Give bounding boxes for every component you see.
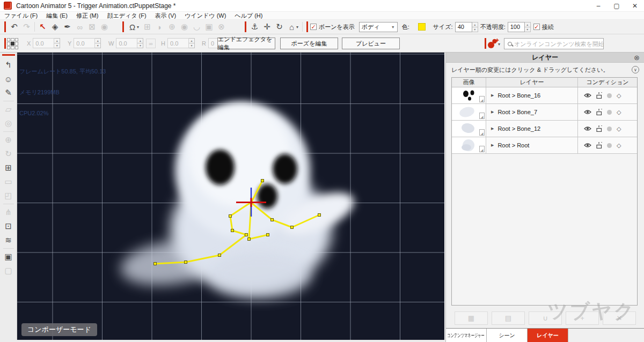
unlock-icon[interactable] (596, 125, 602, 132)
x-stepper[interactable]: ▴▾ (54, 38, 60, 48)
edit-end-effector-button[interactable]: エンドエフェクタを編集 (217, 38, 275, 49)
head-remove-button[interactable]: ⊗ (215, 21, 228, 33)
unlock-icon[interactable] (596, 109, 602, 115)
x-input[interactable]: 0.0 (33, 38, 54, 48)
lock-aspect-button[interactable]: ∞ (146, 39, 156, 48)
unlock-icon[interactable] (596, 142, 602, 148)
expand-arrow-icon[interactable]: ▶ (491, 143, 494, 147)
layer-manager-button[interactable]: ◰ (2, 189, 15, 202)
close-button[interactable]: ✕ (626, 0, 644, 12)
panel-close-icon[interactable]: ⊗ (634, 54, 640, 62)
menu-window[interactable]: ウインドウ (W) (185, 12, 226, 20)
condition-diamond-icon[interactable]: ◇ (617, 93, 621, 99)
sprite-editor-button[interactable]: ✎ (2, 86, 15, 99)
bone-color-swatch[interactable] (418, 23, 426, 31)
tab-layers[interactable]: レイヤー (528, 329, 568, 342)
bone-size-stepper[interactable]: ▴▾ (472, 22, 478, 32)
h-input[interactable]: 0.0 (167, 38, 189, 48)
layers-panel-header[interactable]: レイヤー ⊗ (446, 53, 644, 63)
redo-button[interactable]: ↷ (20, 21, 33, 33)
eye-edit-button[interactable]: ◉ (178, 21, 191, 33)
condition-diamond-icon[interactable]: ◇ (617, 126, 621, 132)
w-input[interactable]: 0.0 (116, 38, 137, 48)
head-side-button[interactable]: ◗ (153, 21, 166, 33)
anchor-tool-button[interactable]: ⚓ (248, 21, 261, 33)
layer-row[interactable]: ◢ ▶ Root > Bone_7 ◇ (452, 104, 637, 121)
layer-row[interactable]: ◢ ▶ Root > Root ◇ (452, 137, 637, 154)
y-stepper[interactable]: ▴▾ (95, 38, 101, 48)
layer-row[interactable]: ◢ ▶ Root > Bone_12 ◇ (452, 121, 637, 137)
state-dot-icon[interactable] (607, 127, 612, 131)
exit-composer-button[interactable]: ↰ (2, 58, 15, 71)
figure-select-button[interactable]: ⊡ (2, 220, 15, 233)
visibility-eye-icon[interactable] (584, 109, 591, 115)
bone-size-input[interactable]: 40 (455, 22, 472, 32)
duplicate-button[interactable]: ▱ (2, 103, 15, 116)
state-dot-icon[interactable] (607, 93, 612, 98)
mouth-edit-button[interactable]: ◡ (191, 21, 203, 33)
face-frame-button[interactable]: ▣ (203, 21, 215, 33)
render-settings-button[interactable]: ⊞ (2, 161, 15, 174)
undo-button[interactable]: ↶ (8, 21, 20, 33)
reallusion-logo-icon[interactable] (486, 37, 499, 50)
pivot-grid-selector[interactable] (7, 38, 18, 49)
rotate-tool-button[interactable]: ↻ (273, 21, 286, 33)
w-stepper[interactable]: ▴▾ (137, 38, 143, 48)
psd-export-button[interactable]: ▣ (2, 250, 15, 263)
layer-row[interactable]: ◢ ▶ Root > Bone_16 ◇ (452, 87, 637, 104)
expand-arrow-icon[interactable]: ▶ (491, 110, 494, 114)
state-dot-icon[interactable] (607, 110, 612, 115)
expand-arrow-icon[interactable]: ▶ (491, 127, 494, 131)
connect-checkbox[interactable]: ✓ (533, 24, 540, 30)
bone-rig-button[interactable]: ⋔ (2, 206, 15, 219)
tab-content-manager[interactable]: コンテンツマネージャー (446, 329, 487, 342)
home-view-dropdown-icon[interactable]: ▾ (296, 25, 301, 29)
preview-button[interactable]: プレビュー (342, 38, 400, 49)
menu-edit[interactable]: 編集 (E) (46, 12, 68, 20)
bone-mode-select[interactable]: ボディ ▼ (359, 22, 398, 32)
remove-condition-button[interactable]: ✕ (603, 311, 636, 325)
character-edit-button[interactable]: ☺ (2, 72, 15, 85)
select-tool-button[interactable]: ↖ (36, 21, 49, 33)
condition-diamond-icon[interactable]: ◇ (617, 109, 621, 115)
replace-image-button[interactable]: ▦ (455, 311, 488, 325)
menu-modify[interactable]: 修正 (M) (76, 12, 99, 20)
delete-layer-button[interactable]: ∪ (529, 311, 562, 325)
menu-face-editor[interactable]: 顔エディタ (F) (107, 12, 146, 20)
head-add-button[interactable]: ⊕ (2, 133, 15, 146)
show-bones-checkbox[interactable]: ✓ (310, 24, 317, 30)
visibility-eye-icon[interactable] (584, 143, 591, 148)
visibility-eye-icon[interactable] (584, 126, 591, 131)
expand-arrow-icon[interactable]: ▶ (491, 93, 494, 98)
minimize-button[interactable]: – (589, 0, 608, 12)
logo-dropdown-icon[interactable]: ▾ (498, 42, 502, 47)
move-tool-button[interactable]: ✛ (261, 21, 273, 33)
svg-export-button[interactable]: ▢ (2, 264, 15, 277)
head-target-button[interactable]: ⊕ (166, 21, 178, 33)
menu-help[interactable]: ヘルプ (H) (235, 12, 262, 20)
y-input[interactable]: 0.0 (74, 38, 95, 48)
merge-layer-button[interactable]: ▤ (492, 311, 525, 325)
opacity-button[interactable]: ◎ (2, 117, 15, 130)
state-dot-icon[interactable] (607, 143, 612, 148)
visibility-eye-icon[interactable] (584, 93, 591, 98)
bone-opacity-stepper[interactable]: ▴▾ (525, 22, 531, 32)
swap-image-button[interactable]: ⊠ (86, 21, 98, 33)
unlock-icon[interactable] (596, 92, 602, 99)
edit-pose-button[interactable]: ポーズを編集 (280, 38, 338, 49)
mesh-grid-button[interactable]: ⊞ (141, 21, 153, 33)
bone-opacity-input[interactable]: 100 (508, 22, 525, 32)
tab-scene[interactable]: シーン (487, 329, 528, 342)
menu-view[interactable]: 表示 (V) (155, 12, 177, 20)
stage-canvas[interactable]: フレームレート50.85, 平均50.13 メモリ2199MB CPU2.02%… (17, 53, 444, 340)
spring-bone-button[interactable]: ≋ (2, 234, 15, 247)
head-rotate-button[interactable]: ↻ (2, 147, 15, 160)
condition-diamond-icon[interactable]: ◇ (617, 143, 621, 148)
group-select-tool-button[interactable]: ◈ (49, 21, 61, 33)
link-button[interactable]: ∞ (74, 21, 86, 33)
search-input[interactable] (514, 41, 603, 47)
menu-file[interactable]: ファイル (F) (4, 12, 38, 20)
h-stepper[interactable]: ▴▾ (189, 38, 195, 48)
maximize-button[interactable]: ▢ (608, 0, 626, 12)
frame-tool-button[interactable]: ▭ (2, 175, 15, 188)
